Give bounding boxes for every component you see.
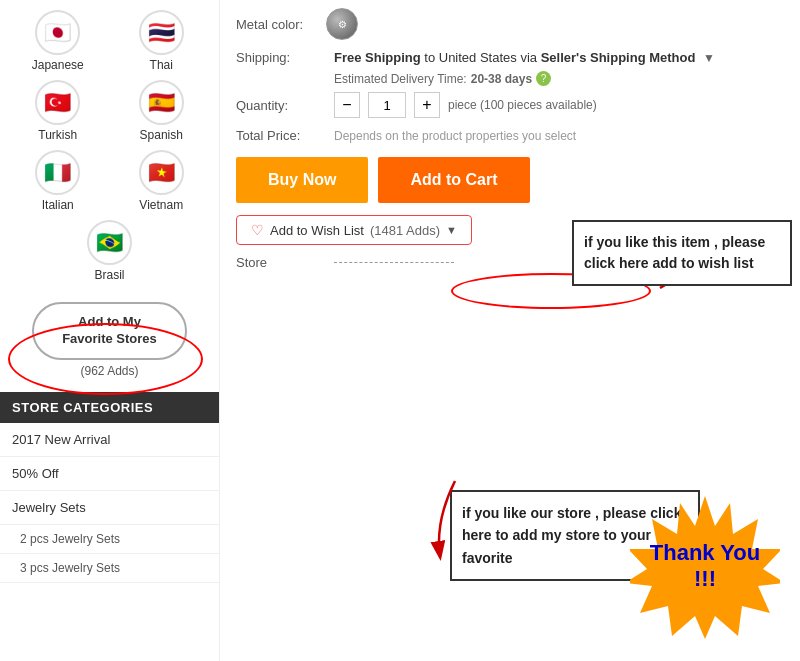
quantity-decrease-button[interactable]: − bbox=[334, 92, 360, 118]
add-to-wishlist-button[interactable]: ♡ Add to Wish List (1481 Adds) ▼ bbox=[236, 215, 472, 245]
buy-now-button[interactable]: Buy Now bbox=[236, 157, 368, 203]
store-arrow bbox=[435, 481, 465, 561]
flags-grid: 🇯🇵 Japanese 🇹🇭 Thai 🇹🇷 Turkish 🇪🇸 Spanis… bbox=[10, 10, 209, 212]
wishlist-adds-count: (1481 Adds) bbox=[370, 223, 440, 238]
favorite-stores-section: Add to MyFavorite Stores (962 Adds) bbox=[0, 292, 219, 388]
flag-label-spanish: Spanish bbox=[140, 128, 183, 142]
total-price-row: Total Price: Depends on the product prop… bbox=[236, 128, 784, 143]
flag-item-italian[interactable]: 🇮🇹 Italian bbox=[10, 150, 106, 212]
delivery-row: Estimated Delivery Time: 20-38 days ? bbox=[334, 71, 784, 86]
thai-flag-icon: 🇹🇭 bbox=[139, 10, 184, 55]
japanese-flag-icon: 🇯🇵 bbox=[35, 10, 80, 55]
shipping-to-text: to United States via Seller's Shipping M… bbox=[424, 50, 695, 65]
category-item-jewelry-sets[interactable]: Jewelry Sets bbox=[0, 491, 219, 525]
quantity-row: Quantity: − + piece (100 pieces availabl… bbox=[236, 92, 784, 118]
flag-item-japanese[interactable]: 🇯🇵 Japanese bbox=[10, 10, 106, 72]
shipping-free-text: Free Shipping bbox=[334, 50, 421, 65]
store-label: Store bbox=[236, 255, 326, 270]
action-buttons: Buy Now Add to Cart bbox=[236, 157, 784, 203]
add-to-cart-button[interactable]: Add to Cart bbox=[378, 157, 529, 203]
favorite-adds-count: (962 Adds) bbox=[80, 364, 138, 378]
flag-item-brasil[interactable]: 🇧🇷 Brasil bbox=[87, 220, 132, 282]
add-favorite-stores-button[interactable]: Add to MyFavorite Stores bbox=[32, 302, 187, 360]
flag-item-turkish[interactable]: 🇹🇷 Turkish bbox=[10, 80, 106, 142]
thankyou-line1: Thank You bbox=[650, 540, 760, 566]
delivery-label: Estimated Delivery Time: bbox=[334, 72, 467, 86]
wishlist-dropdown-icon[interactable]: ▼ bbox=[446, 224, 457, 236]
flag-item-thai[interactable]: 🇹🇭 Thai bbox=[114, 10, 210, 72]
brasil-flag-icon: 🇧🇷 bbox=[87, 220, 132, 265]
main-content: Metal color: ⚙ Shipping: Free Shipping t… bbox=[220, 0, 800, 661]
total-price-value: Depends on the product properties you se… bbox=[334, 129, 576, 143]
flag-label-italian: Italian bbox=[42, 198, 74, 212]
flag-label-japanese: Japanese bbox=[32, 58, 84, 72]
vietnam-flag-icon: 🇻🇳 bbox=[139, 150, 184, 195]
flag-label-thai: Thai bbox=[150, 58, 173, 72]
shipping-dropdown-icon[interactable]: ▼ bbox=[703, 51, 715, 65]
flag-item-vietnam[interactable]: 🇻🇳 Vietnam bbox=[114, 150, 210, 212]
total-price-label: Total Price: bbox=[236, 128, 326, 143]
quantity-note: piece (100 pieces available) bbox=[448, 98, 597, 112]
metal-color-swatch[interactable]: ⚙ bbox=[326, 8, 358, 40]
italian-flag-icon: 🇮🇹 bbox=[35, 150, 80, 195]
help-icon[interactable]: ? bbox=[536, 71, 551, 86]
wishlist-annotation-box: if you like this item , please click her… bbox=[572, 220, 792, 286]
flag-label-vietnam: Vietnam bbox=[139, 198, 183, 212]
spanish-flag-icon: 🇪🇸 bbox=[139, 80, 184, 125]
metal-color-row: Metal color: ⚙ bbox=[236, 8, 784, 40]
store-dashed-line bbox=[334, 262, 454, 263]
delivery-days: 20-38 days bbox=[471, 72, 532, 86]
turkish-flag-icon: 🇹🇷 bbox=[35, 80, 80, 125]
flag-label-brasil: Brasil bbox=[94, 268, 124, 282]
metal-color-label: Metal color: bbox=[236, 17, 326, 32]
quantity-increase-button[interactable]: + bbox=[414, 92, 440, 118]
store-categories-header: STORE CATEGORIES bbox=[0, 392, 219, 423]
wishlist-label: Add to Wish List bbox=[270, 223, 364, 238]
heart-icon: ♡ bbox=[251, 222, 264, 238]
flags-section: 🇯🇵 Japanese 🇹🇭 Thai 🇹🇷 Turkish 🇪🇸 Spanis… bbox=[0, 0, 219, 292]
thankyou-starburst: Thank You !!! bbox=[630, 491, 780, 641]
quantity-input[interactable] bbox=[368, 92, 406, 118]
quantity-label: Quantity: bbox=[236, 98, 326, 113]
flag-item-spanish[interactable]: 🇪🇸 Spanish bbox=[114, 80, 210, 142]
category-item-50-off[interactable]: 50% Off bbox=[0, 457, 219, 491]
thankyou-text: Thank You !!! bbox=[650, 540, 760, 592]
category-list: 2017 New Arrival 50% Off Jewelry Sets 2 … bbox=[0, 423, 219, 583]
category-item-new-arrival[interactable]: 2017 New Arrival bbox=[0, 423, 219, 457]
category-item-2pcs[interactable]: 2 pcs Jewelry Sets bbox=[0, 525, 219, 554]
sidebar: 🇯🇵 Japanese 🇹🇭 Thai 🇹🇷 Turkish 🇪🇸 Spanis… bbox=[0, 0, 220, 661]
shipping-row: Shipping: Free Shipping to United States… bbox=[236, 50, 784, 65]
shipping-label: Shipping: bbox=[236, 50, 326, 65]
thankyou-line2: !!! bbox=[650, 566, 760, 592]
flag-label-turkish: Turkish bbox=[38, 128, 77, 142]
category-item-3pcs[interactable]: 3 pcs Jewelry Sets bbox=[0, 554, 219, 583]
